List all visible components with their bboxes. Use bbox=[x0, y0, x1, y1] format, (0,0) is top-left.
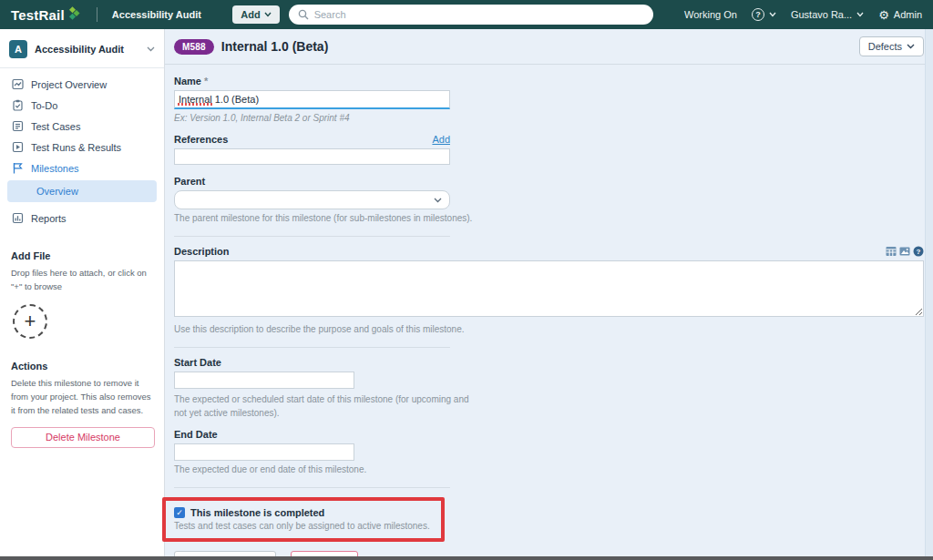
sidebar-subitem-overview[interactable]: Overview bbox=[7, 180, 157, 202]
defects-dropdown-button[interactable]: Defects bbox=[859, 36, 924, 56]
sidebar-item-label: Milestones bbox=[31, 163, 79, 174]
svg-text:?: ? bbox=[917, 248, 921, 256]
chevron-down-icon bbox=[856, 12, 864, 17]
test-runs-icon bbox=[11, 141, 24, 154]
gear-icon: ⚙ bbox=[878, 9, 889, 21]
testrail-logo[interactable]: TestRail bbox=[11, 6, 82, 24]
main-content: M588 Internal 1.0 (Beta) Defects Name * … bbox=[165, 29, 933, 556]
section-divider bbox=[174, 347, 450, 348]
project-name: Accessibility Audit bbox=[35, 44, 139, 55]
parent-hint: The parent milestone for this milestone … bbox=[174, 213, 924, 223]
image-icon[interactable] bbox=[899, 246, 910, 257]
annotation-highlight-box: ✓ This milestone is completed Tests and … bbox=[162, 497, 445, 542]
parent-label: Parent bbox=[174, 176, 924, 187]
milestone-id-badge: M588 bbox=[174, 39, 214, 55]
references-input[interactable] bbox=[174, 148, 450, 165]
section-divider bbox=[174, 236, 450, 237]
end-date-label: End Date bbox=[174, 429, 924, 440]
sidebar: A Accessibility Audit Project Overview T… bbox=[0, 29, 165, 556]
sidebar-item-test-runs[interactable]: Test Runs & Results bbox=[0, 137, 164, 158]
reports-icon bbox=[11, 212, 24, 225]
sidebar-item-label: Test Cases bbox=[31, 121, 80, 132]
admin-label: Admin bbox=[894, 9, 922, 20]
required-asterisk: * bbox=[204, 76, 208, 87]
actions-title: Actions bbox=[11, 361, 153, 372]
project-avatar: A bbox=[9, 40, 27, 58]
search-input[interactable] bbox=[314, 9, 644, 20]
project-overview-icon bbox=[11, 78, 24, 91]
delete-milestone-button[interactable]: Delete Milestone bbox=[11, 427, 155, 448]
section-divider bbox=[174, 487, 450, 488]
todo-icon bbox=[11, 99, 24, 112]
spellcheck-underline bbox=[178, 103, 212, 106]
sidebar-item-project-overview[interactable]: Project Overview bbox=[0, 74, 164, 95]
help-icon[interactable]: ? bbox=[913, 246, 924, 257]
description-hint: Use this description to describe the pur… bbox=[174, 324, 924, 334]
project-switcher[interactable]: A Accessibility Audit bbox=[0, 35, 164, 66]
sidebar-item-label: To-Do bbox=[31, 100, 57, 111]
sidebar-item-test-cases[interactable]: Test Cases bbox=[0, 116, 164, 137]
end-date-hint: The expected due or end date of this mil… bbox=[174, 464, 924, 474]
sidebar-divider bbox=[0, 67, 164, 68]
topbar-divider bbox=[97, 7, 97, 22]
add-file-section: Add File Drop files here to attach, or c… bbox=[0, 250, 164, 339]
add-button[interactable]: Add bbox=[232, 5, 279, 24]
sidebar-item-milestones[interactable]: Milestones bbox=[0, 158, 164, 178]
test-cases-icon bbox=[11, 120, 24, 133]
user-menu[interactable]: Gustavo Ra... bbox=[791, 9, 864, 20]
chevron-down-icon bbox=[147, 46, 155, 52]
plus-icon: + bbox=[25, 311, 36, 331]
sidebar-item-label: Reports bbox=[31, 213, 67, 224]
page-title: Internal 1.0 (Beta) bbox=[221, 39, 328, 54]
chevron-down-icon bbox=[434, 198, 442, 203]
start-date-label: Start Date bbox=[174, 357, 924, 368]
topbar-right-group: Working On ? Gustavo Ra... ⚙ Admin bbox=[684, 8, 922, 21]
add-file-hint: Drop files here to attach, or click on "… bbox=[11, 267, 153, 293]
sidebar-item-reports[interactable]: Reports bbox=[0, 208, 164, 229]
actions-text: Delete this milestone to remove it from … bbox=[11, 377, 153, 417]
completed-hint: Tests and test cases can only be assigne… bbox=[174, 521, 430, 531]
admin-link[interactable]: ⚙ Admin bbox=[878, 9, 922, 21]
sidebar-item-todo[interactable]: To-Do bbox=[0, 95, 164, 116]
milestone-header: M588 Internal 1.0 (Beta) Defects bbox=[174, 36, 924, 56]
sidebar-item-label: Project Overview bbox=[31, 79, 107, 90]
top-navigation-bar: TestRail Accessibility Audit Add Working… bbox=[0, 0, 933, 29]
description-textarea[interactable] bbox=[174, 260, 924, 317]
name-hint: Ex: Version 1.0, Internal Beta 2 or Spri… bbox=[174, 113, 924, 123]
topbar-project-name: Accessibility Audit bbox=[112, 9, 201, 20]
table-icon[interactable] bbox=[886, 246, 897, 257]
search-bar[interactable] bbox=[289, 5, 653, 25]
end-date-input[interactable] bbox=[174, 443, 354, 461]
logo-chevron-icon bbox=[68, 6, 82, 24]
name-label: Name * bbox=[174, 76, 924, 87]
milestones-flag-icon bbox=[11, 162, 24, 175]
header-divider bbox=[165, 64, 933, 65]
help-menu[interactable]: ? bbox=[752, 8, 776, 21]
references-add-link[interactable]: Add bbox=[432, 134, 450, 145]
parent-select[interactable] bbox=[174, 190, 450, 209]
search-icon bbox=[298, 9, 309, 20]
logo-text: TestRail bbox=[11, 7, 65, 23]
scrollbar-track[interactable] bbox=[925, 29, 933, 556]
completed-label[interactable]: This milestone is completed bbox=[190, 507, 324, 518]
working-on-link[interactable]: Working On bbox=[684, 9, 737, 20]
completed-checkbox[interactable]: ✓ bbox=[174, 507, 185, 518]
chevron-down-icon bbox=[264, 12, 272, 17]
actions-section: Actions Delete this milestone to remove … bbox=[0, 361, 164, 447]
start-date-input[interactable] bbox=[174, 372, 354, 389]
description-label: Description bbox=[174, 246, 230, 257]
references-label: References bbox=[174, 134, 228, 145]
window-bottom-edge bbox=[0, 556, 933, 560]
chevron-down-icon bbox=[907, 44, 915, 49]
start-date-hint: The expected or scheduled start date of … bbox=[174, 392, 475, 420]
check-icon: ✓ bbox=[176, 508, 183, 517]
help-icon: ? bbox=[752, 8, 764, 21]
user-name: Gustavo Ra... bbox=[791, 9, 852, 20]
add-file-plus-button[interactable]: + bbox=[13, 304, 47, 339]
add-file-title: Add File bbox=[11, 250, 153, 261]
sidebar-subitem-label: Overview bbox=[36, 186, 78, 197]
chevron-down-icon bbox=[769, 12, 776, 17]
sidebar-item-label: Test Runs & Results bbox=[31, 142, 121, 153]
name-input[interactable] bbox=[174, 90, 450, 109]
